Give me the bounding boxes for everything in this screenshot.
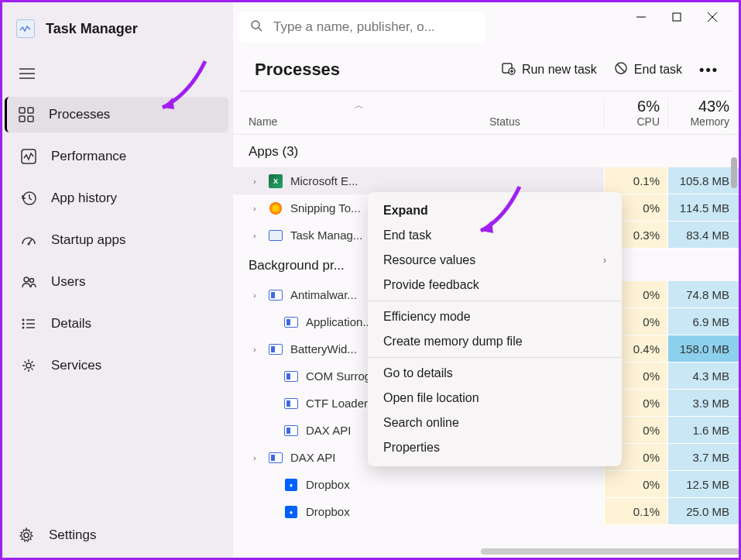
svg-rect-1 <box>673 13 681 21</box>
gear-icon <box>20 357 37 374</box>
search-bar[interactable] <box>238 12 485 43</box>
context-menu-item[interactable]: Search online <box>368 411 622 435</box>
process-row[interactable]: ›XMicrosoft E...0.1%105.8 MB <box>233 167 739 194</box>
close-button[interactable] <box>702 9 723 26</box>
sidebar-item-processes[interactable]: Processes <box>5 97 228 132</box>
process-icon <box>269 288 283 302</box>
context-menu-separator <box>368 301 622 301</box>
context-menu-item[interactable]: Properties <box>368 435 622 460</box>
sidebar-item-details[interactable]: Details <box>2 306 233 342</box>
process-icon: ⬧ <box>284 478 298 492</box>
process-name: Application... <box>306 315 372 328</box>
process-name: Dropbox <box>306 505 350 518</box>
settings-icon <box>18 527 35 544</box>
svg-rect-11 <box>22 149 36 163</box>
grid-icon <box>18 106 35 123</box>
end-task-button[interactable]: End task <box>614 61 682 78</box>
context-menu-item[interactable]: End task <box>368 223 622 248</box>
process-memory-cell: 114.5 MB <box>667 194 739 222</box>
process-memory-cell: 6.9 MB <box>667 308 739 335</box>
process-name-cell: ⬧Dropbox <box>233 478 489 492</box>
maximize-button[interactable] <box>666 9 688 26</box>
svg-point-19 <box>22 323 25 325</box>
context-menu-item[interactable]: Open file location <box>368 386 622 411</box>
minimize-button[interactable] <box>630 9 652 26</box>
end-task-icon <box>614 61 628 78</box>
users-icon <box>20 273 37 290</box>
process-row[interactable]: ⬧Dropbox0%12.5 MB <box>233 471 739 498</box>
column-memory[interactable]: 43%Memory <box>667 98 739 128</box>
hamburger-menu-button[interactable] <box>2 60 233 97</box>
search-icon <box>250 19 262 35</box>
sidebar-item-label: Startup apps <box>51 232 125 248</box>
process-name: Microsoft E... <box>290 174 358 187</box>
sidebar-item-startup-apps[interactable]: Startup apps <box>2 222 233 258</box>
process-memory-cell: 105.8 MB <box>667 167 739 194</box>
svg-rect-7 <box>19 108 25 113</box>
process-memory-cell: 83.4 MB <box>667 222 739 249</box>
svg-point-15 <box>24 277 29 282</box>
sidebar-item-label: Processes <box>49 107 110 122</box>
sidebar-item-app-history[interactable]: App history <box>2 180 233 216</box>
search-input[interactable] <box>273 19 473 35</box>
run-new-task-button[interactable]: Run new task <box>502 61 597 78</box>
chevron-right-icon[interactable]: › <box>253 231 261 240</box>
sidebar-item-label: Details <box>51 316 91 332</box>
process-icon <box>269 451 283 465</box>
sidebar: Task Manager Processes Performance App h… <box>2 2 233 558</box>
process-name: Snipping To... <box>290 201 361 215</box>
context-menu-item[interactable]: Resource values› <box>368 248 622 273</box>
context-menu: ExpandEnd taskResource values›Provide fe… <box>368 192 622 466</box>
sort-caret-icon: ︿ <box>355 99 364 112</box>
column-name[interactable]: Name︿ <box>249 98 489 128</box>
chevron-right-icon[interactable]: › <box>253 290 261 300</box>
context-menu-separator <box>368 357 622 358</box>
process-icon <box>269 228 283 242</box>
more-options-button[interactable]: ••• <box>699 62 719 78</box>
process-memory-cell: 25.0 MB <box>667 498 739 525</box>
column-headers: Name︿ Status 6%CPU 43%Memory <box>233 91 739 135</box>
process-memory-cell: 4.3 MB <box>667 362 739 390</box>
settings-label: Settings <box>49 527 96 543</box>
process-name: Dropbox <box>306 478 350 491</box>
sidebar-item-label: Services <box>51 358 101 373</box>
chevron-right-icon[interactable]: › <box>253 453 261 462</box>
activity-icon <box>20 148 37 165</box>
process-icon <box>284 369 298 383</box>
chevron-right-icon[interactable]: › <box>253 177 261 186</box>
context-menu-item[interactable]: Provide feedback <box>368 273 622 297</box>
sidebar-item-label: Performance <box>51 149 126 164</box>
process-name-cell: ›XMicrosoft E... <box>233 174 489 188</box>
process-icon: ⬧ <box>284 505 298 519</box>
column-status[interactable]: Status <box>489 98 604 128</box>
horizontal-scrollbar[interactable] <box>481 548 741 555</box>
process-memory-cell: 3.7 MB <box>667 444 739 471</box>
process-memory-cell: 158.0 MB <box>667 335 739 362</box>
chevron-right-icon[interactable]: › <box>253 204 261 213</box>
process-memory-cell: 1.6 MB <box>667 417 739 444</box>
app-title-text: Task Manager <box>46 21 138 37</box>
svg-point-25 <box>252 21 259 29</box>
vertical-scrollbar[interactable] <box>731 157 737 188</box>
sidebar-item-settings[interactable]: Settings <box>2 516 233 558</box>
svg-point-17 <box>22 319 25 321</box>
column-cpu[interactable]: 6%CPU <box>604 98 667 128</box>
context-menu-item[interactable]: Go to details <box>368 361 622 386</box>
sidebar-item-services[interactable]: Services <box>2 348 233 383</box>
process-name: Task Manag... <box>290 228 362 242</box>
chevron-right-icon[interactable]: › <box>253 345 261 354</box>
sidebar-item-users[interactable]: Users <box>2 264 233 300</box>
process-name: CTF Loader <box>306 397 368 410</box>
context-menu-item[interactable]: Efficiency mode <box>368 304 622 329</box>
svg-rect-10 <box>28 116 33 122</box>
process-icon <box>269 342 283 356</box>
svg-line-32 <box>617 64 625 72</box>
group-header: Apps (3) <box>233 135 739 167</box>
sidebar-item-performance[interactable]: Performance <box>2 139 233 174</box>
sidebar-item-label: Users <box>51 274 85 290</box>
context-menu-item[interactable]: Create memory dump file <box>368 329 622 354</box>
process-row[interactable]: ⬧Dropbox0.1%25.0 MB <box>233 498 739 525</box>
context-menu-item[interactable]: Expand <box>368 198 622 223</box>
process-cpu-cell: 0% <box>604 471 667 498</box>
tab-header: Processes Run new task End task ••• <box>239 43 732 91</box>
